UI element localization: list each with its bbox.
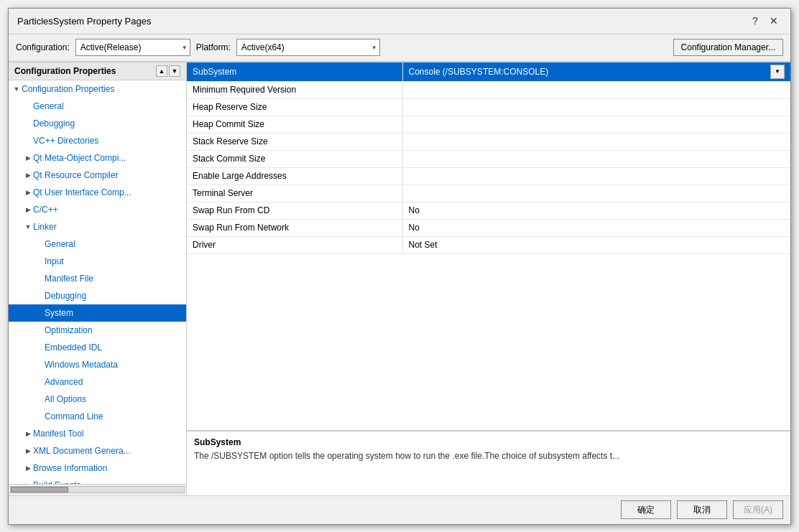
tree-item-linker-general[interactable]: General [9, 235, 186, 253]
tree-item-manifest-tool[interactable]: ▶Manifest Tool [9, 425, 186, 442]
property-row[interactable]: Stack Commit Size [187, 150, 790, 167]
tree-expand-icon: ▶ [23, 463, 33, 473]
properties-table: SubSystemConsole (/SUBSYSTEM:CONSOLE)▼Mi… [187, 62, 790, 431]
property-row[interactable]: Swap Run From NetworkNo [187, 219, 790, 236]
tree-item-debugging[interactable]: Debugging [9, 115, 186, 132]
dropdown-arrow-button[interactable]: ▼ [770, 65, 785, 79]
tree-item-linker-all-options[interactable]: All Options [9, 391, 186, 408]
property-name: Stack Commit Size [187, 150, 402, 167]
tree-scroll-down[interactable]: ▼ [169, 65, 180, 77]
close-button[interactable]: ✕ [766, 13, 782, 29]
title-controls: ? ✕ [747, 13, 782, 29]
tree-item-linker-debugging[interactable]: Debugging [9, 287, 186, 304]
tree-expand-icon [34, 256, 45, 266]
main-content: Configuration Properties ▲ ▼ ▼Configurat… [9, 62, 790, 495]
properties-grid: SubSystemConsole (/SUBSYSTEM:CONSOLE)▼Mi… [187, 62, 790, 254]
tree-item-cpp[interactable]: ▶C/C++ [9, 201, 186, 218]
property-name: Enable Large Addresses [187, 167, 402, 185]
property-value: No [402, 202, 790, 219]
property-name: Terminal Server [187, 185, 402, 202]
tree-item-linker-system[interactable]: System [9, 304, 186, 322]
tree-item-linker-embedded-idl[interactable]: Embedded IDL [9, 339, 186, 356]
description-text: The /SUBSYSTEM option tells the operatin… [194, 450, 783, 462]
tree-expand-icon: ▶ [23, 187, 33, 197]
tree-expand-icon: ▶ [23, 153, 33, 163]
tree-item-label: Qt User Interface Comp... [33, 187, 131, 197]
description-panel: SubSystem The /SUBSYSTEM option tells th… [187, 431, 790, 495]
tree-item-linker-input[interactable]: Input [9, 253, 186, 270]
property-row[interactable]: Stack Reserve Size [187, 133, 790, 150]
tree-item-label: Advanced [45, 377, 83, 387]
property-value[interactable]: Console (/SUBSYSTEM:CONSOLE)▼ [402, 62, 790, 82]
property-row[interactable]: Enable Large Addresses [187, 167, 790, 185]
tree-expand-icon [34, 325, 45, 335]
tree-item-label: Optimization [45, 325, 93, 335]
ok-button[interactable]: 确定 [621, 500, 671, 519]
tree-item-label: Manifest File [45, 274, 93, 284]
tree-item-label: System [45, 308, 73, 318]
property-name: Heap Commit Size [187, 116, 402, 133]
tree-item-linker-manifest[interactable]: Manifest File [9, 270, 186, 287]
tree-expand-icon: ▼ [23, 222, 33, 232]
tree-expand-icon: ▶ [23, 446, 33, 456]
platform-select[interactable]: Active(x64) [236, 39, 380, 56]
tree-expand-icon [34, 342, 45, 353]
config-manager-button[interactable]: Configuration Manager... [673, 39, 783, 56]
tree-item-vc-dirs[interactable]: VC++ Directories [9, 132, 186, 149]
tree-item-linker-advanced[interactable]: Advanced [9, 373, 186, 391]
tree-item-label: Linker [33, 222, 57, 232]
dropdown-cell: Console (/SUBSYSTEM:CONSOLE)▼ [409, 65, 785, 79]
tree-item-linker-win-meta[interactable]: Windows Metadata [9, 356, 186, 373]
tree-item-xml-doc[interactable]: ▶XML Document Genera... [9, 442, 186, 459]
property-name: Heap Reserve Size [187, 98, 402, 116]
right-panel: SubSystemConsole (/SUBSYSTEM:CONSOLE)▼Mi… [187, 62, 790, 495]
tree-item-linker-cmdline[interactable]: Command Line [9, 408, 186, 425]
tree-item-label: All Options [45, 394, 86, 404]
tree-scroll-up[interactable]: ▲ [156, 65, 167, 77]
tree-expand-icon [34, 274, 45, 284]
property-row[interactable]: Heap Reserve Size [187, 98, 790, 116]
property-row[interactable]: DriverNot Set [187, 236, 790, 253]
tree-item-qt-resource[interactable]: ▶Qt Resource Compiler [9, 167, 186, 184]
property-name: Swap Run From Network [187, 219, 402, 236]
property-row[interactable]: SubSystemConsole (/SUBSYSTEM:CONSOLE)▼ [187, 62, 790, 82]
tree-items: ▼Configuration PropertiesGeneralDebuggin… [9, 80, 186, 484]
tree-expand-icon [34, 377, 45, 387]
property-row[interactable]: Terminal Server [187, 185, 790, 202]
property-name: Minimum Required Version [187, 81, 402, 98]
apply-button[interactable]: 应用(A) [733, 500, 783, 519]
horizontal-scrollbar[interactable] [9, 484, 186, 495]
tree-item-linker[interactable]: ▼Linker [9, 218, 186, 235]
tree-item-label: Command Line [45, 411, 103, 421]
tree-item-label: VC++ Directories [33, 136, 98, 146]
tree-item-browse-info[interactable]: ▶Browse Information [9, 459, 186, 477]
config-select[interactable]: Active(Release) [75, 39, 190, 56]
button-bar: 确定 取消 应用(A) [9, 495, 790, 524]
property-value [402, 167, 790, 185]
scrollbar-thumb[interactable] [11, 487, 68, 493]
tree-item-label: Qt Meta-Object Compi... [33, 153, 126, 163]
property-row[interactable]: Minimum Required Version [187, 81, 790, 98]
property-name: Driver [187, 236, 402, 253]
cancel-button[interactable]: 取消 [677, 500, 727, 519]
tree-item-config-props[interactable]: ▼Configuration Properties [9, 80, 186, 98]
tree-item-qt-ui[interactable]: ▶Qt User Interface Comp... [9, 184, 186, 201]
tree-item-label: Qt Resource Compiler [33, 170, 119, 180]
property-row[interactable]: Swap Run From CDNo [187, 202, 790, 219]
tree-item-general[interactable]: General [9, 98, 186, 115]
tree-item-qt-meta[interactable]: ▶Qt Meta-Object Compi... [9, 149, 186, 167]
tree-item-label: General [33, 101, 64, 111]
tree-expand-icon [34, 411, 45, 421]
property-value [402, 98, 790, 116]
tree-panel: Configuration Properties ▲ ▼ ▼Configurat… [9, 62, 187, 495]
description-title: SubSystem [194, 437, 783, 447]
tree-item-build-events[interactable]: ▶Build Events [9, 477, 186, 484]
tree-expand-icon [34, 394, 45, 404]
tree-item-linker-optimization[interactable]: Optimization [9, 322, 186, 339]
help-button[interactable]: ? [747, 13, 763, 29]
property-value [402, 81, 790, 98]
title-bar: ParticlesSystem Property Pages ? ✕ [9, 9, 790, 34]
tree-item-label: Browse Information [33, 463, 107, 473]
tree-expand-icon [23, 118, 33, 129]
property-row[interactable]: Heap Commit Size [187, 116, 790, 133]
